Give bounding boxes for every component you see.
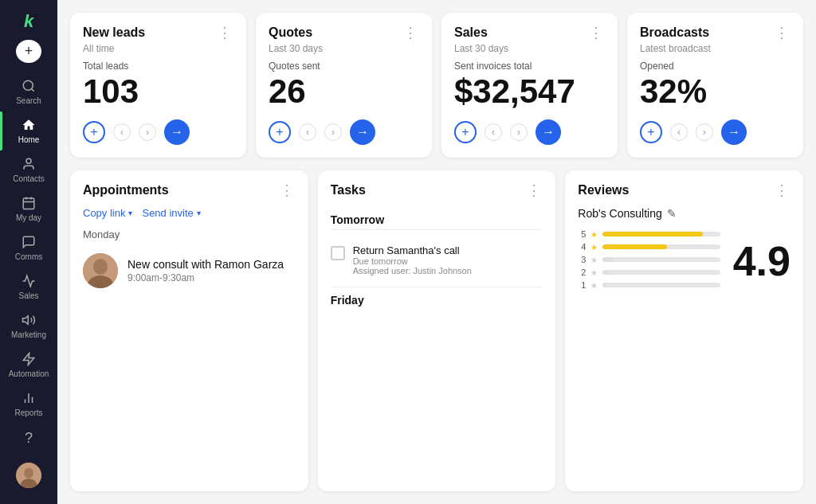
reviews-score-value: 4.9: [733, 240, 790, 282]
quotes-add-button[interactable]: +: [269, 121, 291, 143]
tasks-more-button[interactable]: ⋮: [525, 183, 543, 197]
svg-line-1: [31, 88, 33, 91]
broadcasts-add-button[interactable]: +: [640, 121, 662, 143]
review-bar-fill: [602, 232, 702, 236]
quotes-title: Quotes: [269, 25, 312, 40]
sidebar-label-home: Home: [18, 136, 40, 144]
review-bar-fill: [602, 257, 614, 262]
new-leads-label: Total leads: [83, 61, 233, 72]
star-icon: ★: [590, 268, 598, 277]
send-invite-button[interactable]: Send invite ▾: [142, 207, 200, 219]
reviews-score: 4.9: [733, 240, 790, 282]
svg-rect-3: [23, 198, 34, 209]
sidebar-label-sales: Sales: [18, 292, 38, 300]
sales-value: $32,547: [454, 73, 605, 110]
review-bar-label: 3: [578, 255, 586, 264]
task-checkbox[interactable]: [331, 246, 345, 260]
add-button[interactable]: +: [16, 40, 41, 64]
review-bar-label: 1: [578, 280, 586, 290]
sales-add-button[interactable]: +: [454, 121, 477, 143]
sidebar-item-search[interactable]: Search: [0, 72, 57, 111]
new-leads-add-button[interactable]: +: [83, 121, 105, 143]
user-avatar[interactable]: [16, 463, 41, 488]
sidebar-item-marketing[interactable]: Marketing: [0, 307, 57, 346]
sidebar-label-comms: Comms: [15, 253, 42, 261]
new-leads-next-button[interactable]: ›: [139, 123, 156, 141]
task-assigned: Assigned user: Justin Johnson: [353, 266, 472, 275]
quotes-next-button[interactable]: ›: [324, 123, 342, 141]
quotes-arrow-button[interactable]: →: [350, 119, 375, 145]
star-icon: ★: [590, 281, 598, 290]
sidebar-label-reports: Reports: [14, 409, 42, 417]
appointment-item: New consult with Ramon Garza 9:00am-9:30…: [83, 247, 296, 295]
sales-subtitle: Last 30 days: [454, 43, 605, 54]
task-due: Due tomorrow: [353, 256, 472, 266]
sidebar-label-contacts: Contacts: [13, 175, 44, 183]
edit-icon[interactable]: ✎: [667, 207, 677, 220]
svg-point-2: [26, 158, 31, 163]
review-bar-row: 4 ★: [578, 242, 720, 252]
new-leads-arrow-button[interactable]: →: [164, 119, 190, 145]
new-leads-prev-button[interactable]: ‹: [113, 123, 131, 141]
review-bar-row: 3 ★: [578, 255, 720, 264]
sales-title: Sales: [454, 25, 488, 40]
review-bar-label: 5: [578, 229, 586, 239]
sales-card: Sales ⋮ Last 30 days Sent invoices total…: [441, 13, 618, 158]
svg-marker-7: [23, 316, 29, 325]
new-leads-more-button[interactable]: ⋮: [216, 25, 233, 40]
calendar-icon: [22, 196, 36, 213]
sidebar-item-reports[interactable]: Reports: [0, 385, 57, 424]
review-bar-label: 4: [578, 242, 586, 252]
send-invite-chevron-icon: ▾: [197, 209, 201, 217]
reviews-content: 5 ★ 4 ★ 3 ★ 2 ★ 1 ★: [578, 229, 790, 293]
appointments-more-button[interactable]: ⋮: [278, 183, 296, 197]
sales-more-button[interactable]: ⋮: [587, 25, 605, 40]
broadcasts-next-button[interactable]: ›: [696, 123, 713, 141]
copy-link-button[interactable]: Copy link ▾: [83, 207, 132, 219]
sidebar-item-sales[interactable]: Sales: [0, 268, 57, 307]
copy-link-chevron-icon: ▾: [128, 209, 132, 217]
quotes-more-button[interactable]: ⋮: [402, 25, 419, 40]
broadcasts-more-button[interactable]: ⋮: [773, 25, 790, 40]
quotes-label: Quotes sent: [269, 61, 419, 72]
new-leads-value: 103: [83, 73, 233, 110]
star-icon: ★: [590, 243, 598, 252]
metric-cards-row: New leads ⋮ All time Total leads 103 + ‹…: [70, 13, 803, 158]
broadcasts-subtitle: Latest broadcast: [640, 43, 790, 54]
sidebar-item-automation[interactable]: Automation: [0, 346, 57, 385]
star-icon: ★: [590, 256, 598, 264]
broadcasts-card: Broadcasts ⋮ Latest broadcast Opened 32%…: [627, 13, 803, 158]
sidebar-label-search: Search: [16, 97, 41, 105]
broadcasts-prev-button[interactable]: ‹: [670, 123, 688, 141]
sidebar-item-comms[interactable]: Comms: [0, 229, 57, 268]
broadcasts-label: Opened: [640, 61, 790, 72]
task-item: Return Samantha's call Due tomorrow Assi…: [331, 236, 543, 283]
sidebar-item-help[interactable]: ?: [16, 424, 41, 453]
reviews-more-button[interactable]: ⋮: [773, 183, 790, 197]
svg-point-16: [93, 259, 108, 275]
review-bar-track: [602, 257, 720, 262]
quotes-card: Quotes ⋮ Last 30 days Quotes sent 26 + ‹…: [256, 13, 432, 158]
quotes-prev-button[interactable]: ‹: [299, 123, 316, 141]
reports-icon: [22, 391, 36, 408]
sales-arrow-button[interactable]: →: [536, 119, 561, 145]
review-bar-label: 2: [578, 268, 586, 277]
sales-next-button[interactable]: ›: [510, 123, 528, 141]
svg-point-13: [24, 468, 33, 479]
home-icon: [22, 118, 36, 135]
sales-prev-button[interactable]: ‹: [484, 123, 502, 141]
reviews-panel: Reviews ⋮ Rob's Consulting ✎ 5 ★ 4 ★: [565, 170, 803, 491]
appointment-time: 9:00am-9:30am: [128, 272, 284, 283]
sales-label: Sent invoices total: [454, 61, 605, 72]
review-bar-fill: [602, 244, 667, 249]
task-name: Return Samantha's call: [353, 244, 472, 256]
contacts-icon: [22, 157, 36, 174]
copy-link-label: Copy link: [83, 207, 125, 219]
sidebar-item-contacts[interactable]: Contacts: [0, 150, 57, 189]
sidebar-item-home[interactable]: Home: [0, 111, 57, 150]
broadcasts-arrow-button[interactable]: →: [721, 119, 747, 145]
quotes-subtitle: Last 30 days: [269, 43, 419, 54]
review-bar-fill: [602, 270, 608, 275]
sidebar-item-myday[interactable]: My day: [0, 189, 57, 229]
svg-marker-8: [23, 354, 34, 365]
